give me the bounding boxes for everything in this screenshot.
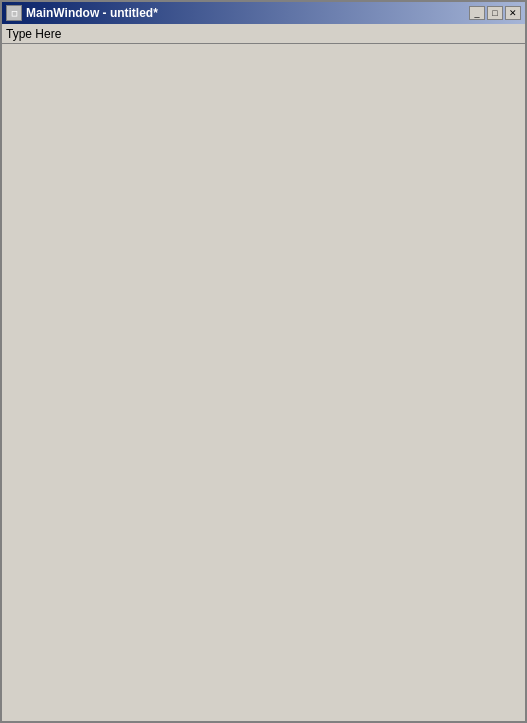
toolbar-label: Type Here xyxy=(6,27,61,41)
window-title: MainWindow - untitled* xyxy=(26,6,158,20)
titlebar-title-group: ◻ MainWindow - untitled* xyxy=(6,5,158,21)
minimize-button[interactable]: _ xyxy=(469,6,485,20)
titlebar-buttons: _ □ ✕ xyxy=(469,6,521,20)
maximize-button[interactable]: □ xyxy=(487,6,503,20)
close-button[interactable]: ✕ xyxy=(505,6,521,20)
toolbar: Type Here xyxy=(2,24,525,44)
main-window: ◻ MainWindow - untitled* _ □ ✕ Type Here… xyxy=(0,0,527,723)
app-icon: ◻ xyxy=(6,5,22,21)
titlebar: ◻ MainWindow - untitled* _ □ ✕ xyxy=(2,2,525,24)
